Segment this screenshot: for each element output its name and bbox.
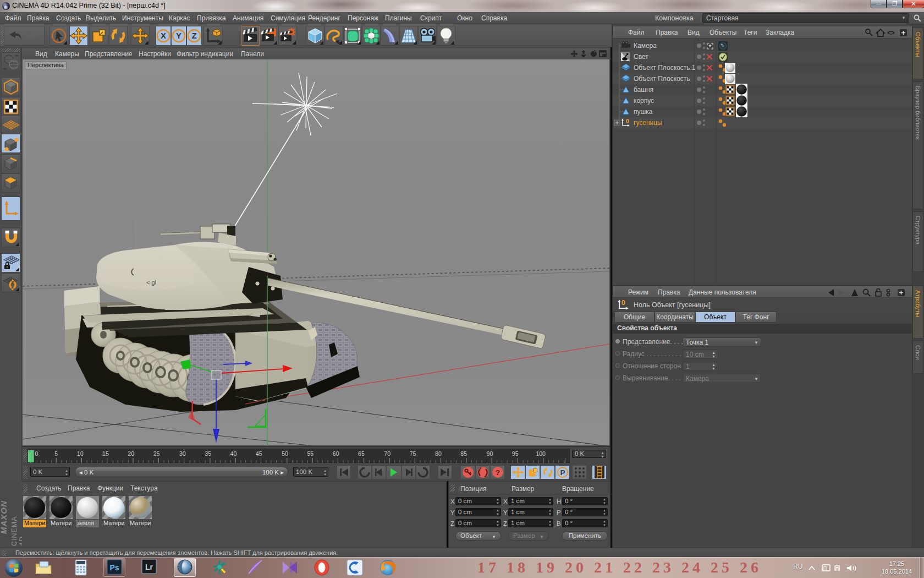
- svg-text:45: 45: [256, 450, 262, 457]
- svg-text:75: 75: [410, 450, 416, 457]
- svg-text:40: 40: [230, 450, 237, 457]
- svg-text:5: 5: [54, 450, 58, 457]
- svg-text:60: 60: [333, 450, 339, 457]
- svg-text:65: 65: [358, 450, 365, 457]
- svg-text:50: 50: [282, 450, 288, 457]
- svg-text:55: 55: [307, 450, 314, 457]
- svg-text:Lr: Lr: [145, 563, 153, 571]
- svg-text:X: X: [161, 31, 166, 40]
- svg-text:90: 90: [487, 450, 493, 457]
- svg-text:15: 15: [102, 450, 109, 457]
- svg-text:95: 95: [512, 450, 519, 457]
- svg-text:Ps: Ps: [109, 563, 119, 572]
- svg-text:0: 0: [622, 299, 625, 307]
- svg-text:70: 70: [384, 450, 391, 457]
- svg-text:100: 100: [536, 450, 546, 457]
- svg-text:Z: Z: [191, 31, 196, 40]
- svg-text:< gl: < gl: [146, 279, 156, 286]
- svg-text:P: P: [560, 468, 565, 477]
- svg-text:10: 10: [77, 450, 84, 457]
- svg-text:30: 30: [179, 450, 186, 457]
- svg-text:Y: Y: [176, 31, 182, 40]
- svg-text:25: 25: [153, 450, 160, 457]
- svg-text:?: ?: [496, 468, 500, 477]
- svg-text:20: 20: [128, 450, 134, 457]
- svg-text:80: 80: [435, 450, 442, 457]
- svg-text:85: 85: [460, 450, 467, 457]
- svg-text:0: 0: [35, 450, 38, 457]
- svg-text:35: 35: [205, 450, 211, 457]
